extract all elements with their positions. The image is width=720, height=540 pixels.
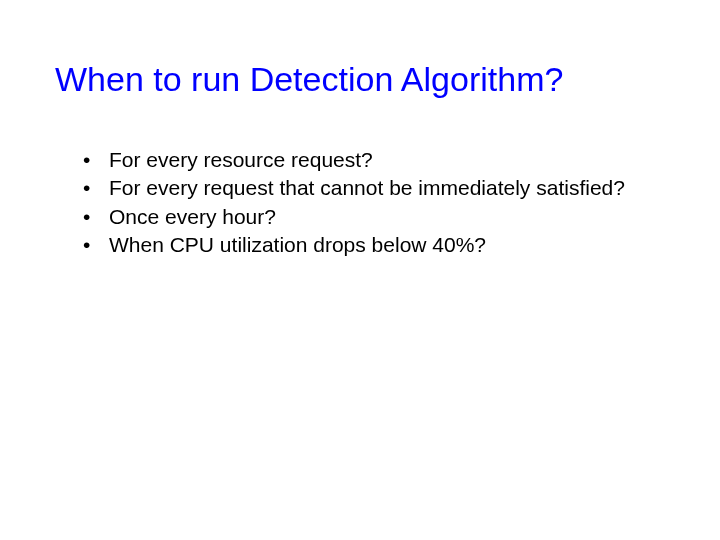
bullet-list: For every resource request? For every re… — [55, 147, 665, 258]
slide-container: When to run Detection Algorithm? For eve… — [0, 0, 720, 540]
list-item: Once every hour? — [91, 204, 665, 230]
list-item: When CPU utilization drops below 40%? — [91, 232, 665, 258]
list-item: For every resource request? — [91, 147, 665, 173]
list-item: For every request that cannot be immedia… — [91, 175, 665, 201]
slide-title: When to run Detection Algorithm? — [55, 60, 665, 99]
